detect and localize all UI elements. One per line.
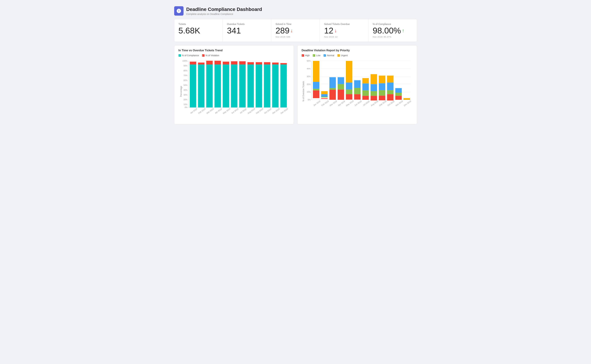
chart2-area: % of Overdue Tickets 50% 40% 30% 20%	[302, 59, 413, 121]
kpi-tickets: Tickets 5.68K	[174, 19, 222, 42]
svg-text:Jan 2019: Jan 2019	[190, 108, 197, 114]
svg-rect-56	[321, 97, 327, 98]
svg-rect-95	[387, 83, 393, 90]
svg-rect-101	[395, 93, 402, 96]
legend-low-label: Low	[316, 54, 320, 57]
bar-nov-compliance	[272, 65, 279, 108]
bar-jul-compliance	[239, 65, 246, 108]
svg-rect-50	[313, 82, 319, 89]
svg-text:50%: 50%	[306, 60, 311, 62]
svg-rect-107	[403, 98, 410, 100]
svg-rect-89	[379, 76, 385, 83]
dashboard: Deadline Compliance Dashboard Complete a…	[174, 3, 417, 124]
exclamation-icon	[176, 8, 182, 13]
svg-rect-94	[387, 76, 393, 83]
legend-violation-box: ✓	[202, 54, 205, 57]
svg-rect-102	[395, 96, 402, 100]
legend-urgent-box: ✓	[338, 54, 340, 57]
chart1-svg: Percentage 100% 90% 80% 70%	[178, 59, 290, 120]
svg-text:0%: 0%	[308, 99, 311, 101]
svg-rect-76	[354, 88, 360, 94]
legend-high-box: ✓	[302, 54, 304, 57]
svg-rect-96	[387, 90, 393, 94]
svg-text:40%: 40%	[183, 89, 187, 91]
bar-mar-compliance	[206, 65, 213, 108]
bar-feb-compliance	[198, 65, 204, 108]
kpi-overdue-value: 341	[227, 26, 267, 35]
svg-text:90%: 90%	[183, 65, 187, 67]
svg-rect-81	[362, 91, 369, 96]
svg-text:0%: 0%	[185, 106, 187, 108]
bar-nov-violation	[272, 63, 279, 65]
svg-text:Feb 2019: Feb 2019	[198, 108, 206, 114]
bar-jun-compliance	[231, 65, 237, 108]
svg-text:Jun 2019: Jun 2019	[231, 108, 239, 114]
bar-apr-compliance	[214, 65, 221, 108]
chart-violation-priority: Deadline Violation Report by Priority ✓ …	[297, 45, 417, 124]
legend-compliance: ✓ % of Compliance	[178, 54, 199, 57]
kpi-compliance-arrow-up: ↑	[402, 28, 404, 33]
page-title: Deadline Compliance Dashboard	[186, 6, 262, 12]
chart-compliance-trend: In Time vs Overdue Tickets Trend ✓ % of …	[174, 45, 294, 124]
page-subtitle: Complete analysis on Deadline Compliance	[186, 13, 262, 15]
chart2-svg: % of Overdue Tickets 50% 40% 30% 20%	[302, 59, 413, 120]
kpi-overdue: Overdue Tickets 341	[223, 19, 271, 42]
svg-rect-69	[346, 61, 352, 83]
bar-sep-compliance	[255, 65, 262, 108]
svg-text:Nov 2019: Nov 2019	[272, 108, 280, 114]
svg-text:20%: 20%	[183, 98, 187, 101]
svg-text:Oct 2019: Oct 2019	[387, 100, 395, 106]
svg-text:Oct 2019: Oct 2019	[264, 108, 272, 114]
svg-text:Jan 2019: Jan 2019	[313, 100, 321, 107]
svg-rect-91	[379, 90, 385, 96]
legend-urgent-label: Urgent	[341, 54, 348, 57]
kpi-solved-overdue-value: 12 ↓	[324, 26, 364, 35]
svg-text:60%: 60%	[183, 79, 187, 81]
kpi-row: Tickets 5.68K Overdue Tickets 341 Solved…	[174, 19, 417, 42]
bar-mar-violation	[206, 61, 213, 65]
svg-text:Jun 2019: Jun 2019	[354, 100, 362, 107]
svg-text:Aug 2019: Aug 2019	[370, 100, 378, 107]
chart1-legend: ✓ % of Compliance ✓ % of Violation	[178, 54, 290, 57]
svg-rect-72	[346, 94, 352, 99]
svg-text:Jul 2019: Jul 2019	[363, 100, 370, 106]
svg-rect-67	[338, 90, 344, 100]
svg-text:100%: 100%	[182, 60, 187, 62]
chart1-title: In Time vs Overdue Tickets Trend	[178, 49, 290, 52]
kpi-solved-time: Solved in Time 289 ↓ Nov 2019: 546	[272, 19, 320, 42]
bar-may-compliance	[222, 65, 229, 108]
svg-text:20%: 20%	[306, 83, 311, 85]
kpi-solved-time-arrow-down: ↓	[291, 28, 293, 33]
svg-rect-70	[346, 83, 352, 90]
kpi-overdue-label: Overdue Tickets	[227, 23, 267, 26]
svg-rect-100	[395, 88, 402, 93]
svg-text:Apr 2019: Apr 2019	[214, 108, 222, 114]
kpi-compliance-label: % of Compliance	[373, 23, 413, 26]
svg-rect-87	[370, 96, 377, 101]
legend-high-label: High	[305, 54, 310, 57]
svg-rect-66	[338, 84, 344, 90]
svg-text:30%: 30%	[183, 94, 187, 96]
legend-compliance-box: ✓	[178, 54, 181, 57]
kpi-solved-overdue-label: Solved Tickets Overdue	[324, 23, 364, 26]
kpi-compliance-sub: Nov 2019: 95.37%	[373, 36, 413, 38]
svg-text:10%: 10%	[306, 91, 311, 93]
svg-text:50%: 50%	[183, 84, 187, 86]
svg-text:Apr 2019: Apr 2019	[338, 100, 345, 106]
legend-urgent: ✓ Urgent	[338, 54, 348, 57]
chart1-y-title: Percentage	[180, 86, 182, 97]
kpi-solved-overdue-arrow-down: ↓	[334, 28, 337, 33]
svg-text:40%: 40%	[306, 68, 311, 70]
kpi-tickets-value: 5.68K	[178, 26, 218, 35]
bar-dec-violation	[280, 63, 287, 65]
kpi-solved-overdue-sub: Nov 2019: 22	[324, 36, 364, 38]
svg-rect-86	[370, 91, 377, 96]
svg-rect-85	[370, 84, 377, 91]
kpi-solved-time-sub: Nov 2019: 546	[276, 36, 315, 38]
svg-text:% of Overdue Tickets: % of Overdue Tickets	[302, 81, 305, 102]
svg-text:10%: 10%	[183, 103, 187, 105]
svg-text:May 2019: May 2019	[222, 108, 231, 114]
svg-text:Jul 2019: Jul 2019	[239, 108, 247, 114]
svg-text:Dec 2019: Dec 2019	[280, 108, 288, 114]
svg-rect-49	[313, 61, 319, 82]
